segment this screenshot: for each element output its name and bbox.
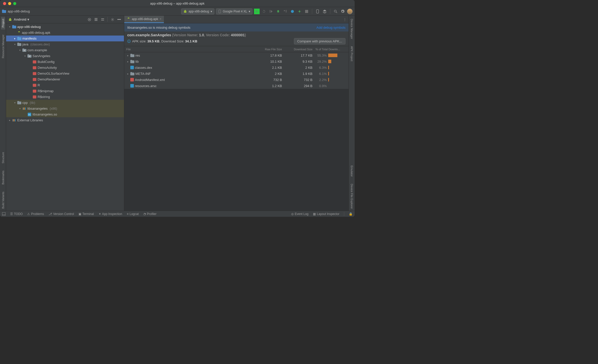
tree-external-libraries[interactable]: ▸External Libraries <box>6 117 124 123</box>
sidebar-item-bookmarks[interactable]: Bookmarks <box>1 169 5 187</box>
tree-class[interactable]: DemoGLSurfaceView <box>6 71 124 76</box>
sidebar-item-structure[interactable]: Structure <box>1 150 5 166</box>
tree-note: (classes.dex) <box>30 42 50 46</box>
tree-libdir[interactable]: ▾libsanangeles(x86) <box>6 106 124 111</box>
panel-settings-button[interactable] <box>110 17 115 22</box>
status-version-control[interactable]: ⎇ Version Control <box>49 212 74 216</box>
analyzer-row[interactable]: resources.arsc1.2 KB294 B0.9% <box>124 83 349 89</box>
tree-label: SanAngeles <box>33 54 50 58</box>
settings-button[interactable] <box>340 9 345 14</box>
stop-button[interactable] <box>304 9 309 14</box>
svg-rect-20 <box>24 107 25 110</box>
tree-apk-file[interactable]: app-x86-debug.apk <box>6 30 124 36</box>
folder-icon <box>17 43 21 46</box>
tree-label: External Libraries <box>17 118 43 122</box>
svg-point-18 <box>29 56 30 57</box>
tree-class[interactable]: BuildConfig <box>6 59 124 65</box>
sidebar-item-project[interactable]: Project <box>1 17 5 29</box>
tree-class[interactable]: R$string <box>6 94 124 100</box>
analyzer-row[interactable]: classes.dex2.1 KB2 KB6.3% <box>124 64 349 71</box>
coverage-button[interactable] <box>282 9 288 14</box>
tree-package[interactable]: ▾SanAngeles <box>6 53 124 59</box>
status-profiler[interactable]: ◔ Profiler <box>143 212 156 216</box>
tree-class[interactable]: R <box>6 82 124 88</box>
main-toolbar: app-x86-debug app-x86-debug ▾ Google Pix… <box>0 7 355 16</box>
project-view-label: Android <box>14 18 26 21</box>
run-button[interactable] <box>254 9 260 14</box>
add-debug-symbols-link[interactable]: Add debug symbols <box>317 26 345 29</box>
col-pct-header[interactable]: % of Total Downlo... <box>316 48 349 51</box>
project-folder-icon <box>2 10 6 13</box>
rerun-button[interactable] <box>261 9 267 14</box>
sdk-manager-button[interactable] <box>322 9 327 14</box>
sidebar-item-resource-manager[interactable]: Resource Manager <box>1 32 5 60</box>
analyzer-row[interactable]: ▸res17.8 KB17.7 KB55.3% <box>124 52 349 58</box>
avd-manager-button[interactable] <box>315 9 320 14</box>
status-problems[interactable]: ⚠ Problems <box>27 212 44 216</box>
col-dl-header[interactable]: Download Size <box>285 48 316 51</box>
close-window-button[interactable] <box>3 2 6 5</box>
apply-changes-button[interactable] <box>268 9 274 14</box>
status-todo[interactable]: ☰ TODO <box>10 212 23 216</box>
col-raw-header[interactable]: Raw File Size <box>252 48 285 51</box>
status-app-inspection[interactable]: ✶ App Inspection <box>99 212 122 216</box>
tree-class[interactable]: R$mipmap <box>6 88 124 94</box>
svg-rect-6 <box>317 9 319 13</box>
sidebar-item-apk-project[interactable]: APK Project <box>350 44 354 63</box>
class-icon <box>33 60 37 64</box>
tab-options-button[interactable]: ⋮ <box>343 18 349 21</box>
collapse-all-button[interactable] <box>100 17 105 22</box>
svg-point-15 <box>112 19 113 20</box>
tree-cpp[interactable]: ▾cpp(lib) <box>6 100 124 106</box>
profile-button[interactable] <box>290 9 295 14</box>
svg-rect-3 <box>270 12 271 12</box>
svg-point-17 <box>24 50 25 51</box>
device-combo[interactable]: Google Pixel 4 XL ▾ <box>216 8 253 14</box>
status-logcat[interactable]: ≡ Logcat <box>127 212 139 216</box>
select-opened-file-button[interactable] <box>87 17 92 22</box>
compare-apk-button[interactable]: Compare with previous APK... <box>294 38 345 44</box>
status-bar: ☰ TODO ⚠ Problems ⎇ Version Control ▣ Te… <box>0 211 355 217</box>
debug-button[interactable] <box>275 9 281 14</box>
expand-all-button[interactable] <box>93 17 99 22</box>
version-info: (Version Name: 1.0, Version Code: 400000… <box>172 33 246 37</box>
analyzer-row[interactable]: ▸lib10.1 KB9.3 KB29.2% <box>124 58 349 64</box>
status-lock-icon[interactable]: 🔒 <box>349 212 353 216</box>
sidebar-item-build-variants[interactable]: Build Variants <box>1 190 5 211</box>
tree-manifests[interactable]: ▸manifests <box>6 36 124 41</box>
status-terminal[interactable]: ▣ Terminal <box>78 212 94 216</box>
hide-panel-button[interactable] <box>116 17 122 22</box>
status-event-log[interactable]: ◎ Event Log <box>291 212 308 216</box>
editor-tab[interactable]: app-x86-debug.apk × <box>124 16 164 23</box>
breadcrumb[interactable]: app-x86-debug <box>8 9 30 13</box>
svg-text:01: 01 <box>28 113 31 116</box>
run-config-combo[interactable]: app-x86-debug ▾ <box>181 8 214 14</box>
analyzer-row[interactable]: ▸META-INF2 KB1.9 KB6.1% <box>124 71 349 77</box>
editor-area: app-x86-debug.apk × ⋮ libsanangeles.so i… <box>124 16 349 211</box>
maximize-window-button[interactable] <box>13 2 16 5</box>
svg-rect-29 <box>130 84 134 88</box>
tree-class[interactable]: DemoRenderer <box>6 76 124 82</box>
tree-label: DemoRenderer <box>38 77 60 81</box>
tree-class[interactable]: DemoActivity <box>6 65 124 71</box>
sidebar-item-emulator[interactable]: Emulator <box>350 163 354 179</box>
minimize-window-button[interactable] <box>8 2 11 5</box>
col-file-header[interactable]: File <box>124 48 252 51</box>
sidebar-item-device-manager[interactable]: Device Manager <box>350 17 354 41</box>
tree-root[interactable]: ▾app-x86-debug <box>6 24 124 30</box>
close-tab-button[interactable]: × <box>160 17 161 21</box>
sidebar-item-device-file-explorer[interactable]: Device File Explorer <box>350 182 354 211</box>
status-layout-inspector[interactable]: ▦ Layout Inspector <box>313 212 339 216</box>
tree-java[interactable]: ▾java(classes.dex) <box>6 41 124 47</box>
tree-libfile[interactable]: 01libsanangeles.so <box>6 111 124 117</box>
project-tree[interactable]: ▾app-x86-debug app-x86-debug.apk ▸manife… <box>6 23 124 211</box>
chevron-down-icon: ▾ <box>249 10 250 13</box>
toolwindow-button[interactable] <box>2 212 6 216</box>
tree-package[interactable]: ▾com.example <box>6 47 124 53</box>
search-button[interactable] <box>333 9 338 14</box>
project-view-combo[interactable]: Android ▾ <box>14 18 29 21</box>
user-avatar[interactable] <box>347 9 353 14</box>
tree-label: R$mipmap <box>38 89 54 93</box>
attach-debugger-button[interactable] <box>297 9 302 14</box>
analyzer-row[interactable]: AndroidManifest.xml732 B732 B2.2% <box>124 77 349 83</box>
